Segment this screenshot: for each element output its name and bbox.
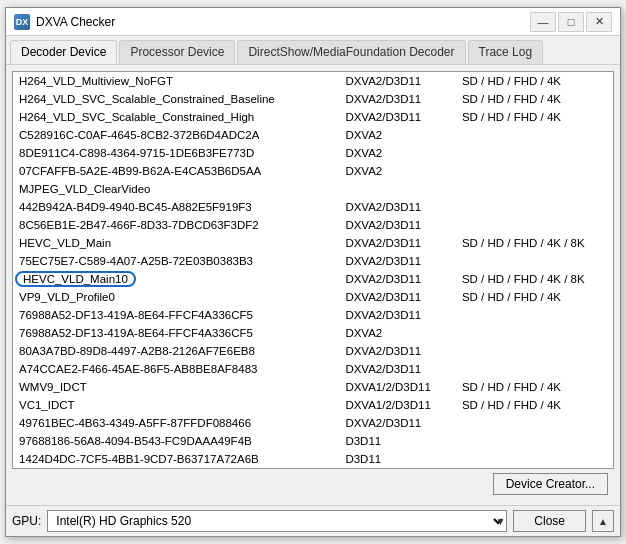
decoder-name: 75EC75E7-C589-4A07-A25B-72E03B0383B3 (13, 252, 339, 270)
table-row[interactable]: VC1_IDCTDXVA1/2/D3D11SD / HD / FHD / 4K (13, 396, 613, 414)
decoder-api: DXVA2/D3D11 (339, 252, 456, 270)
title-bar-left: DX DXVA Checker (14, 14, 115, 30)
decoder-res: SD / HD / FHD / 4K (456, 72, 613, 90)
decoder-api: DXVA2/D3D11 (339, 198, 456, 216)
app-icon: DX (14, 14, 30, 30)
maximize-button[interactable]: □ (558, 12, 584, 32)
tab-decoder[interactable]: Decoder Device (10, 40, 117, 64)
decoder-api: DXVA2 (339, 144, 456, 162)
gpu-label: GPU: (12, 514, 41, 528)
decoder-api: DXVA1/2/D3D11 (339, 396, 456, 414)
decoder-api: DXVA2/D3D11 (339, 216, 456, 234)
table-row[interactable]: WMV9_IDCTDXVA1/2/D3D11SD / HD / FHD / 4K (13, 378, 613, 396)
decoder-api: DXVA2/D3D11 (339, 270, 456, 288)
tab-processor[interactable]: Processor Device (119, 40, 235, 64)
decoder-res: SD / HD / FHD / 4K (456, 288, 613, 306)
decoder-name: A74CCAE2-F466-45AE-86F5-AB8BE8AF8483 (13, 360, 339, 378)
title-bar: DX DXVA Checker — □ ✕ (6, 8, 620, 36)
table-row[interactable]: HEVC_VLD_Main10DXVA2/D3D11SD / HD / FHD … (13, 270, 613, 288)
decoder-api: DXVA2/D3D11 (339, 306, 456, 324)
decoder-api: DXVA2/D3D11 (339, 72, 456, 90)
table-row[interactable]: HEVC_VLD_MainDXVA2/D3D11SD / HD / FHD / … (13, 234, 613, 252)
table-row[interactable]: 76988A52-DF13-419A-8E64-FFCF4A336CF5DXVA… (13, 306, 613, 324)
decoder-res (456, 306, 613, 324)
table-row[interactable]: 49761BEC-4B63-4349-A5FF-87FFDF088466DXVA… (13, 414, 613, 432)
decoder-api: DXVA2 (339, 324, 456, 342)
decoder-api: D3D11 (339, 450, 456, 468)
table-row[interactable]: 442B942A-B4D9-4940-BC45-A882E5F919F3DXVA… (13, 198, 613, 216)
decoder-name: H264_VLD_Multiview_NoFGT (13, 72, 339, 90)
device-creator-button[interactable]: Device Creator... (493, 473, 608, 495)
window-title: DXVA Checker (36, 15, 115, 29)
table-row[interactable]: 8DE911C4-C898-4364-9715-1DE6B3FE773DDXVA… (13, 144, 613, 162)
decoder-res: SD / HD / FHD / 4K (456, 90, 613, 108)
decoder-name: C528916C-C0AF-4645-8CB2-372B6D4ADC2A (13, 126, 339, 144)
decoder-res: SD / HD / FHD / 4K / 8K (456, 270, 613, 288)
decoder-api: DXVA2 (339, 126, 456, 144)
bottom-bar: Device Creator... (12, 469, 614, 499)
table-row[interactable]: 75EC75E7-C589-4A07-A25B-72E03B0383B3DXVA… (13, 252, 613, 270)
decoder-res (456, 144, 613, 162)
decoder-res (456, 360, 613, 378)
list-scroll[interactable]: H264_VLD_Multiview_NoFGTDXVA2/D3D11SD / … (13, 72, 613, 468)
decoder-name: VC1_IDCT (13, 396, 339, 414)
decoder-api (339, 180, 456, 198)
decoder-name: HEVC_VLD_Main (13, 234, 339, 252)
decoder-res (456, 126, 613, 144)
decoder-name: H264_VLD_SVC_Scalable_Constrained_High (13, 108, 339, 126)
decoder-res (456, 216, 613, 234)
highlighted-decoder-name: HEVC_VLD_Main10 (15, 271, 136, 287)
table-row[interactable]: 97688186-56A8-4094-B543-FC9DAAA49F4BD3D1… (13, 432, 613, 450)
table-row[interactable]: MJPEG_VLD_ClearVideo (13, 180, 613, 198)
table-row[interactable]: H264_VLD_SVC_Scalable_Constrained_Baseli… (13, 90, 613, 108)
table-row[interactable]: 07CFAFFB-5A2E-4B99-B62A-E4CA53B6D5AADXVA… (13, 162, 613, 180)
decoder-res (456, 432, 613, 450)
decoder-res (456, 414, 613, 432)
tabs-bar: Decoder Device Processor Device DirectSh… (6, 36, 620, 65)
minimize-button[interactable]: — (530, 12, 556, 32)
table-row[interactable]: 8C56EB1E-2B47-466F-8D33-7DBCD63F3DF2DXVA… (13, 216, 613, 234)
decoder-list: H264_VLD_Multiview_NoFGTDXVA2/D3D11SD / … (12, 71, 614, 469)
decoder-name: HEVC_VLD_Main10 (13, 270, 339, 288)
close-window-button[interactable]: ✕ (586, 12, 612, 32)
decoder-res (456, 252, 613, 270)
decoder-name: 49761BEC-4B63-4349-A5FF-87FFDF088466 (13, 414, 339, 432)
table-row[interactable]: 1424D4DC-7CF5-4BB1-9CD7-B63717A72A6BD3D1… (13, 450, 613, 468)
decoder-res: SD / HD / FHD / 4K (456, 378, 613, 396)
decoder-name: VP9_VLD_Profile0 (13, 288, 339, 306)
decoder-api: DXVA2/D3D11 (339, 288, 456, 306)
footer-bar: GPU: Intel(R) HD Graphics 520 ▼ Close ▲ (6, 505, 620, 536)
decoder-res (456, 342, 613, 360)
gpu-select[interactable]: Intel(R) HD Graphics 520 (47, 510, 507, 532)
table-row[interactable]: 76988A52-DF13-419A-8E64-FFCF4A336CF5DXVA… (13, 324, 613, 342)
decoder-api: DXVA2/D3D11 (339, 108, 456, 126)
table-row[interactable]: 80A3A7BD-89D8-4497-A2B8-2126AF7E6EB8DXVA… (13, 342, 613, 360)
gpu-select-wrapper: Intel(R) HD Graphics 520 ▼ (47, 510, 507, 532)
table-row[interactable]: A74CCAE2-F466-45AE-86F5-AB8BE8AF8483DXVA… (13, 360, 613, 378)
table-row[interactable]: H264_VLD_SVC_Scalable_Constrained_HighDX… (13, 108, 613, 126)
decoder-api: DXVA2/D3D11 (339, 234, 456, 252)
decoder-name: MJPEG_VLD_ClearVideo (13, 180, 339, 198)
decoder-name: 76988A52-DF13-419A-8E64-FFCF4A336CF5 (13, 306, 339, 324)
close-button[interactable]: Close (513, 510, 586, 532)
decoder-name: 97688186-56A8-4094-B543-FC9DAAA49F4B (13, 432, 339, 450)
decoder-api: D3D11 (339, 432, 456, 450)
decoder-table: H264_VLD_Multiview_NoFGTDXVA2/D3D11SD / … (13, 72, 613, 468)
decoder-res (456, 180, 613, 198)
tab-directshow[interactable]: DirectShow/MediaFoundation Decoder (237, 40, 465, 64)
decoder-name: 8DE911C4-C898-4364-9715-1DE6B3FE773D (13, 144, 339, 162)
table-row[interactable]: VP9_VLD_Profile0DXVA2/D3D11SD / HD / FHD… (13, 288, 613, 306)
title-controls: — □ ✕ (530, 12, 612, 32)
table-row[interactable]: C528916C-C0AF-4645-8CB2-372B6D4ADC2ADXVA… (13, 126, 613, 144)
decoder-name: 76988A52-DF13-419A-8E64-FFCF4A336CF5 (13, 324, 339, 342)
decoder-api: DXVA1/2/D3D11 (339, 378, 456, 396)
scroll-up-button[interactable]: ▲ (592, 510, 614, 532)
decoder-res (456, 450, 613, 468)
decoder-name: 442B942A-B4D9-4940-BC45-A882E5F919F3 (13, 198, 339, 216)
decoder-api: DXVA2/D3D11 (339, 90, 456, 108)
table-row[interactable]: H264_VLD_Multiview_NoFGTDXVA2/D3D11SD / … (13, 72, 613, 90)
tab-tracelog[interactable]: Trace Log (468, 40, 544, 64)
decoder-res: SD / HD / FHD / 4K (456, 108, 613, 126)
decoder-name: 1424D4DC-7CF5-4BB1-9CD7-B63717A72A6B (13, 450, 339, 468)
decoder-res (456, 198, 613, 216)
